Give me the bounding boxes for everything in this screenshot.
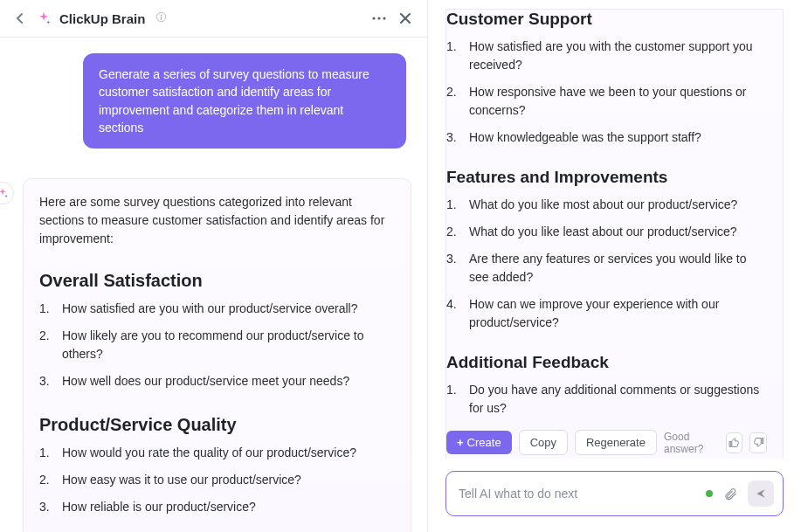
question-list: Do you have any additional comments or s… [446,381,767,418]
section-heading: Additional Feedback [446,353,767,372]
copy-button[interactable]: Copy [519,430,568,455]
good-answer-label: Good answer? [664,431,719,455]
create-button[interactable]: + Create [446,431,512,454]
svg-rect-2 [161,17,162,20]
list-item: How knowledgeable was the support staff? [446,128,767,147]
section-features-improvements: Features and Improvements What do you li… [446,168,767,332]
ai-prompt-input[interactable] [459,487,697,501]
thumbs-up-button[interactable] [726,432,743,453]
question-list: How would you rate the quality of our pr… [39,444,395,516]
svg-point-4 [377,17,380,19]
svg-point-1 [161,14,162,16]
close-button[interactable] [396,9,415,28]
ai-response-card: Here are some survey questions categoriz… [23,178,411,532]
user-message: Generate a series of survey questions to… [83,53,406,149]
list-item: How would you rate the quality of our pr… [39,444,395,462]
left-panel: ClickUp Brain Generate a series of surve… [0,0,428,532]
ai-sparkle-icon [35,10,52,27]
right-scroll[interactable]: Customer Support How satisfied are you w… [428,0,801,459]
create-label: Create [467,436,501,449]
section-heading: Customer Support [446,10,767,29]
plus-icon: + [457,436,464,449]
question-list: How satisfied are you with the customer … [446,38,767,147]
section-heading: Product/Service Quality [39,415,395,435]
list-item: How reliable is our product/service? [39,498,395,516]
info-icon[interactable] [155,11,167,25]
section-heading: Features and Improvements [446,168,767,187]
svg-point-3 [372,17,375,19]
question-list: How satisfied are you with our product/s… [39,300,395,390]
send-button[interactable] [748,480,774,507]
app-title: ClickUp Brain [59,11,145,26]
more-options-button[interactable] [369,9,389,28]
section-heading: Overall Satisfaction [39,271,395,291]
list-item: How easy was it to use our product/servi… [39,471,395,489]
list-item: How can we improve your experience with … [446,295,767,332]
list-item: How satisfied are you with the customer … [446,38,767,74]
section-overall-satisfaction: Overall Satisfaction How satisfied are y… [39,271,395,390]
input-wrapper [428,459,801,532]
section-additional-feedback: Additional Feedback Do you have any addi… [446,353,767,418]
status-indicator-icon [706,490,713,497]
ai-avatar-icon [0,182,14,204]
question-list: What do you like most about our product/… [446,196,767,332]
list-item: How well does our product/service meet y… [39,372,395,390]
attachment-button[interactable] [722,485,739,502]
actions-row: + Create Copy Regenerate Good answer? [446,430,767,455]
ai-input-bar[interactable] [445,471,784,516]
list-item: How satisfied are you with our product/s… [39,300,395,318]
section-customer-support: Customer Support How satisfied are you w… [446,10,767,147]
header-bar: ClickUp Brain [0,0,427,38]
list-item: What do you like least about our product… [446,223,767,241]
right-panel: Customer Support How satisfied are you w… [428,0,801,532]
list-item: How responsive have we been to your ques… [446,83,767,120]
regenerate-button[interactable]: Regenerate [575,430,657,455]
svg-point-5 [383,17,385,19]
list-item: Are there any features or services you w… [446,250,767,287]
chat-scroll[interactable]: Generate a series of survey questions to… [0,38,427,532]
back-button[interactable] [12,10,28,26]
list-item: How likely are you to recommend our prod… [39,327,395,363]
ai-response-card-continued: Customer Support How satisfied are you w… [445,9,784,459]
list-item: What do you like most about our product/… [446,196,767,214]
ai-intro-text: Here are some survey questions categoriz… [39,193,395,248]
thumbs-down-button[interactable] [749,432,767,453]
list-item: Do you have any additional comments or s… [446,381,767,418]
user-message-row: Generate a series of survey questions to… [16,53,411,149]
ai-response-row: Here are some survey questions categoriz… [16,178,411,532]
section-product-quality: Product/Service Quality How would you ra… [39,415,395,516]
